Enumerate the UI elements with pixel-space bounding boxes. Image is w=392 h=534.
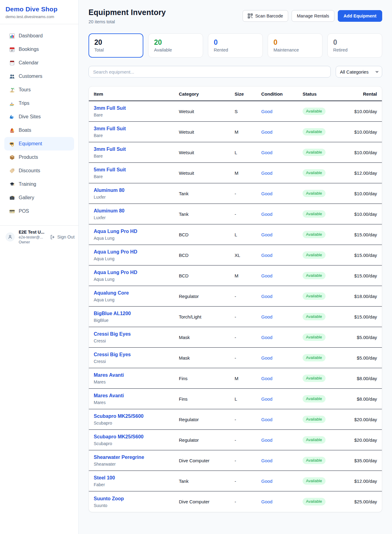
item-condition-link[interactable]: Good	[261, 109, 303, 114]
item-condition-link[interactable]: Good	[261, 150, 303, 155]
item-name-link[interactable]: Cressi Big Eyes	[94, 331, 179, 337]
sidebar-item-products[interactable]: Products	[4, 151, 74, 164]
item-name-link[interactable]: Shearwater Peregrine	[94, 454, 179, 460]
item-name-link[interactable]: Cressi Big Eyes	[94, 352, 179, 358]
item-condition-link[interactable]: Good	[261, 232, 303, 237]
sidebar-item-discounts[interactable]: Discounts	[4, 164, 74, 177]
manage-rentals-button[interactable]: Manage Rentals	[292, 10, 334, 22]
item-size: -	[235, 212, 261, 217]
tag-icon	[9, 168, 15, 174]
sidebar-item-boats[interactable]: Boats	[4, 124, 74, 137]
item-condition-link[interactable]: Good	[261, 376, 303, 381]
column-header-rental: Rental	[352, 91, 377, 97]
user-email: e2e-tester@...	[19, 235, 48, 239]
sidebar-item-tours[interactable]: Tours	[4, 83, 74, 97]
item-name-link[interactable]: Steel 100	[94, 475, 179, 481]
item-rental-price: $12.00/day	[352, 170, 377, 176]
item-condition-link[interactable]: Good	[261, 479, 303, 484]
stat-card-maintenance[interactable]: 0Maintenance	[268, 33, 322, 58]
item-condition-link[interactable]: Good	[261, 499, 303, 504]
item-condition-link[interactable]: Good	[261, 212, 303, 217]
item-category: Wetsuit	[179, 109, 235, 114]
table-row: Suunto ZoopSuuntoDive Computer-GoodAvail…	[89, 491, 382, 512]
item-name-link[interactable]: 3mm Full Suit	[94, 105, 179, 111]
sidebar-item-label: Products	[19, 154, 38, 160]
item-condition-link[interactable]: Good	[261, 355, 303, 360]
item-name-link[interactable]: 5mm Full Suit	[94, 167, 179, 173]
item-size: -	[235, 479, 261, 484]
item-condition-link[interactable]: Good	[261, 170, 303, 176]
item-name-link[interactable]: Aluminum 80	[94, 208, 179, 214]
item-name-link[interactable]: Aqua Lung Pro HD	[94, 249, 179, 255]
item-condition-link[interactable]: Good	[261, 129, 303, 135]
sidebar-item-dive-sites[interactable]: Dive Sites	[4, 110, 74, 124]
manage-rentals-label: Manage Rentals	[297, 13, 329, 18]
status-badge: Available	[303, 354, 326, 361]
sign-out-button[interactable]: Sign Out	[50, 235, 74, 240]
item-name-link[interactable]: Scubapro MK25/S600	[94, 434, 179, 440]
item-condition-link[interactable]: Good	[261, 314, 303, 319]
item-name-link[interactable]: Suunto Zoop	[94, 496, 179, 502]
item-condition-link[interactable]: Good	[261, 273, 303, 278]
sidebar-item-customers[interactable]: Customers	[4, 70, 74, 83]
item-name-link[interactable]: Aqua Lung Pro HD	[94, 228, 179, 235]
item-condition-link[interactable]: Good	[261, 191, 303, 196]
item-condition-link[interactable]: Good	[261, 396, 303, 402]
item-name-link[interactable]: BigBlue AL1200	[94, 311, 179, 317]
items-total-count: 20 items total	[89, 19, 166, 24]
main-content: Equipment Inventory 20 items total Scan …	[79, 0, 392, 534]
item-name-link[interactable]: Mares Avanti	[94, 393, 179, 399]
item-name-link[interactable]: Aqualung Core	[94, 290, 179, 296]
item-name-link[interactable]: 3mm Full Suit	[94, 126, 179, 132]
item-name-link[interactable]: Aluminum 80	[94, 187, 179, 193]
table-row: Aqua Lung Pro HDAqua LungBCDXLGoodAvaila…	[89, 245, 382, 265]
item-name-link[interactable]: Scubapro MK25/S600	[94, 413, 179, 419]
sidebar-item-pos[interactable]: POS	[4, 204, 74, 218]
status-badge: Available	[303, 169, 326, 177]
item-brand: Cressi	[94, 359, 179, 364]
item-size: -	[235, 437, 261, 443]
table-row: BigBlue AL1200BigBlueTorch/Light-GoodAva…	[89, 307, 382, 327]
sidebar-item-label: Calendar	[19, 60, 39, 66]
category-select[interactable]: All Categories	[336, 66, 382, 78]
status-badge: Available	[303, 231, 326, 238]
sidebar-item-trips[interactable]: Trips	[4, 97, 74, 110]
item-size: XL	[235, 253, 261, 258]
status-badge: Available	[303, 251, 326, 259]
item-rental-price: $35.00/day	[352, 458, 377, 463]
item-name-link[interactable]: Mares Avanti	[94, 372, 179, 378]
item-condition-link[interactable]: Good	[261, 458, 303, 463]
sidebar-item-dashboard[interactable]: Dashboard	[4, 29, 74, 43]
stat-card-retired[interactable]: 0Retired	[327, 33, 382, 58]
item-condition-link[interactable]: Good	[261, 437, 303, 443]
camera-icon	[9, 195, 15, 201]
item-condition-link[interactable]: Good	[261, 294, 303, 299]
sidebar-item-equipment[interactable]: Equipment	[4, 137, 74, 151]
search-input[interactable]	[89, 66, 331, 78]
item-brand: Aqua Lung	[94, 236, 179, 241]
table-row: Mares AvantiMaresFinsLGoodAvailable$8.00…	[89, 389, 382, 409]
table-row: Cressi Big EyesCressiMask-GoodAvailable$…	[89, 348, 382, 368]
table-row: Scubapro MK25/S600ScubaproRegulator-Good…	[89, 409, 382, 430]
item-condition-link[interactable]: Good	[261, 335, 303, 340]
stat-card-available[interactable]: 20Available	[148, 33, 203, 58]
sidebar-item-bookings[interactable]: 17Bookings	[4, 43, 74, 56]
graduation-cap-icon	[9, 181, 15, 187]
item-name-link[interactable]: 3mm Full Suit	[94, 146, 179, 152]
sidebar-item-calendar[interactable]: Calendar	[4, 56, 74, 70]
stats-cards: 20Total20Available0Rented0Maintenance0Re…	[89, 33, 382, 58]
barcode-scan-icon	[248, 13, 253, 18]
item-name-link[interactable]: Aqua Lung Pro HD	[94, 269, 179, 276]
item-condition-link[interactable]: Good	[261, 417, 303, 422]
sidebar-item-gallery[interactable]: Gallery	[4, 191, 74, 204]
stat-card-total[interactable]: 20Total	[89, 33, 143, 58]
item-rental-price: $10.00/day	[352, 212, 377, 217]
brand-title[interactable]: Demo Dive Shop	[6, 6, 73, 13]
column-header-status: Status	[303, 91, 352, 97]
stat-card-rented[interactable]: 0Rented	[208, 33, 263, 58]
item-condition-link[interactable]: Good	[261, 253, 303, 258]
add-equipment-button[interactable]: Add Equipment	[338, 10, 382, 22]
item-rental-price: $10.00/day	[352, 109, 377, 114]
scan-barcode-button[interactable]: Scan Barcode	[243, 10, 288, 22]
sidebar-item-training[interactable]: Training	[4, 177, 74, 191]
